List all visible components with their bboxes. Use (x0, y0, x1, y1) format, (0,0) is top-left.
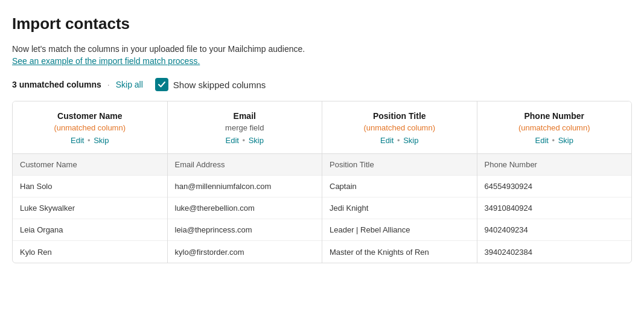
columns-container: Customer Name (unmatched column) Edit • … (12, 101, 632, 263)
data-header-row-1: Email Address (168, 154, 322, 176)
data-row-1-3: kylo@firstorder.com (168, 241, 322, 263)
data-row-0-3: Kylo Ren (13, 241, 167, 263)
edit-link-0[interactable]: Edit (71, 136, 84, 145)
page-title: Import contacts (12, 14, 632, 33)
action-sep-3: • (552, 136, 555, 145)
data-row-3-1: 34910840924 (477, 197, 632, 219)
subtitle-text: Now let's match the columns in your uplo… (12, 44, 632, 54)
column-status-2: (unmatched column) (330, 123, 470, 132)
data-row-1-0: han@millenniumfalcon.com (168, 176, 322, 197)
data-header-row-2: Position Title (322, 154, 477, 176)
column-actions-0: Edit • Skip (20, 136, 160, 145)
skip-link-2[interactable]: Skip (403, 136, 418, 145)
unmatched-label: 3 unmatched columns (12, 80, 101, 89)
column-header-3: Phone Number (unmatched column) Edit • S… (477, 101, 632, 154)
data-row-2-3: Master of the Knights of Ren (322, 241, 477, 263)
controls-row: 3 unmatched columns · Skip all Show skip… (12, 78, 632, 91)
column-status-3: (unmatched column) (485, 123, 625, 132)
column-name-3: Phone Number (485, 111, 625, 121)
data-row-1-2: leia@theprincess.com (168, 219, 322, 241)
action-sep-2: • (397, 136, 400, 145)
column-header-0: Customer Name (unmatched column) Edit • … (13, 101, 167, 154)
column-actions-3: Edit • Skip (485, 136, 625, 145)
skip-link-0[interactable]: Skip (94, 136, 109, 145)
show-skipped-label: Show skipped columns (173, 80, 266, 90)
column-status-0: (unmatched column) (20, 123, 160, 132)
column-name-1: Email (175, 111, 315, 121)
skip-link-1[interactable]: Skip (249, 136, 264, 145)
data-row-2-2: Leader | Rebel Alliance (322, 219, 477, 241)
column-card-3: Phone Number (unmatched column) Edit • S… (477, 101, 632, 263)
example-link[interactable]: See an example of the import field match… (12, 56, 200, 66)
column-header-1: Email merge field Edit • Skip (168, 101, 322, 154)
column-actions-1: Edit • Skip (175, 136, 315, 145)
data-row-2-1: Jedi Knight (322, 197, 477, 219)
column-card-1: Email merge field Edit • Skip Email Addr… (168, 101, 323, 263)
data-header-row-3: Phone Number (477, 154, 632, 176)
separator: · (107, 80, 110, 89)
data-row-2-0: Captain (322, 176, 477, 197)
data-row-1-1: luke@therebellion.com (168, 197, 322, 219)
column-data-0: Customer Name Han SoloLuke SkywalkerLeia… (13, 154, 167, 263)
column-actions-2: Edit • Skip (330, 136, 470, 145)
action-sep-1: • (243, 136, 246, 145)
edit-link-1[interactable]: Edit (225, 136, 238, 145)
column-card-2: Position Title (unmatched column) Edit •… (322, 101, 477, 263)
column-name-0: Customer Name (20, 111, 160, 121)
column-name-2: Position Title (330, 111, 470, 121)
column-data-2: Position Title CaptainJedi KnightLeader … (322, 154, 477, 263)
data-row-3-3: 39402402384 (477, 241, 632, 263)
action-sep-0: • (88, 136, 91, 145)
data-row-0-0: Han Solo (13, 176, 167, 197)
data-row-0-1: Luke Skywalker (13, 197, 167, 219)
data-header-row-0: Customer Name (13, 154, 167, 176)
show-skipped-checkbox-wrapper[interactable]: Show skipped columns (155, 78, 266, 91)
skip-link-3[interactable]: Skip (558, 136, 573, 145)
skip-all-link[interactable]: Skip all (116, 80, 143, 89)
column-status-1: merge field (175, 123, 315, 132)
edit-link-3[interactable]: Edit (535, 136, 548, 145)
column-data-3: Phone Number 645549309243491084092494024… (477, 154, 632, 263)
data-row-3-2: 9402409234 (477, 219, 632, 241)
data-row-3-0: 64554930924 (477, 176, 632, 197)
column-data-1: Email Address han@millenniumfalcon.comlu… (168, 154, 322, 263)
edit-link-2[interactable]: Edit (380, 136, 394, 145)
column-card-0: Customer Name (unmatched column) Edit • … (13, 101, 168, 263)
data-row-0-2: Leia Organa (13, 219, 167, 241)
show-skipped-checkbox[interactable] (155, 78, 168, 91)
column-header-2: Position Title (unmatched column) Edit •… (322, 101, 477, 154)
